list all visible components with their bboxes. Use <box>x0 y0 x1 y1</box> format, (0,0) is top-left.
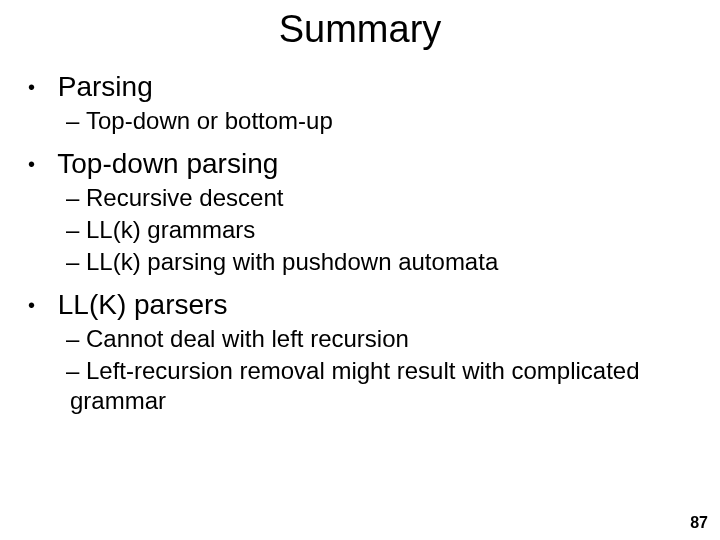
sub-text: LL(k) parsing with pushdown automata <box>86 248 498 275</box>
sub-text: Cannot deal with left recursion <box>86 325 409 352</box>
page-number: 87 <box>690 514 708 532</box>
sub-text: LL(k) grammars <box>86 216 255 243</box>
sub-item: Top-down or bottom-up <box>70 106 680 136</box>
sub-text: Left-recursion removal might result with… <box>70 357 640 414</box>
sub-item: Recursive descent <box>70 183 680 213</box>
sub-item: LL(k) grammars <box>70 215 680 245</box>
sub-item: Cannot deal with left recursion <box>70 324 680 354</box>
sub-list: Top-down or bottom-up <box>28 106 680 136</box>
bullet-text: LL(K) parsers <box>58 289 228 320</box>
sub-list: Cannot deal with left recursion Left-rec… <box>28 324 680 416</box>
bullet-text: Parsing <box>58 71 153 102</box>
bullet-item: Parsing Top-down or bottom-up <box>28 69 680 136</box>
sub-item: LL(k) parsing with pushdown automata <box>70 247 680 277</box>
slide: Summary Parsing Top-down or bottom-up To… <box>0 0 720 540</box>
slide-title: Summary <box>0 0 720 69</box>
bullet-item: LL(K) parsers Cannot deal with left recu… <box>28 287 680 416</box>
sub-text: Recursive descent <box>86 184 283 211</box>
bullet-item: Top-down parsing Recursive descent LL(k)… <box>28 146 680 277</box>
sub-list: Recursive descent LL(k) grammars LL(k) p… <box>28 183 680 277</box>
slide-content: Parsing Top-down or bottom-up Top-down p… <box>0 69 720 416</box>
bullet-list: Parsing Top-down or bottom-up Top-down p… <box>28 69 680 416</box>
sub-text: Top-down or bottom-up <box>86 107 333 134</box>
sub-item: Left-recursion removal might result with… <box>70 356 680 416</box>
bullet-text: Top-down parsing <box>57 148 278 179</box>
